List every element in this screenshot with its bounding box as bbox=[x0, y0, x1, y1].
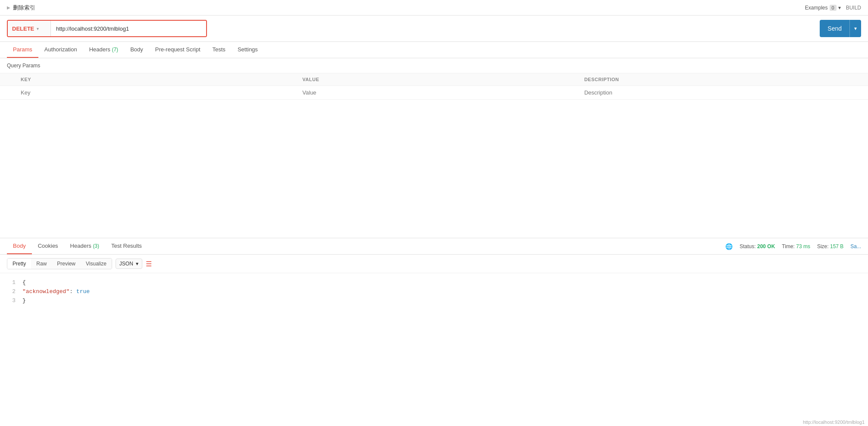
format-tab-preview[interactable]: Preview bbox=[52, 259, 81, 269]
table-row bbox=[0, 86, 868, 100]
globe-icon: 🌐 bbox=[725, 243, 733, 250]
response-tabs: Body Cookies Headers (3) Test Results bbox=[7, 238, 148, 254]
params-table: KEY VALUE DESCRIPTION bbox=[0, 73, 868, 100]
url-input[interactable] bbox=[51, 21, 206, 36]
format-tab-visualize[interactable]: Visualize bbox=[81, 259, 112, 269]
response-header: Body Cookies Headers (3) Test Results 🌐 … bbox=[0, 238, 868, 255]
method-selector[interactable]: DELETE ▾ bbox=[8, 21, 51, 36]
status-label: Status: 200 OK bbox=[740, 243, 775, 249]
request-bar: DELETE ▾ Send ▾ bbox=[0, 16, 868, 42]
response-status: 🌐 Status: 200 OK Time: 73 ms Size: 157 B… bbox=[725, 243, 861, 250]
key-input[interactable] bbox=[21, 89, 288, 96]
response-body-code: 1 { 2 "acknowledged": true 3 } bbox=[0, 273, 868, 310]
code-line-3: 3 } bbox=[7, 297, 861, 306]
value-cell[interactable] bbox=[295, 86, 577, 100]
json-chevron-icon: ▾ bbox=[136, 261, 138, 267]
response-tab-headers[interactable]: Headers (3) bbox=[64, 238, 105, 254]
section-query-params: Query Params bbox=[0, 58, 868, 73]
row-checkbox-cell bbox=[0, 86, 14, 100]
col-key-header: KEY bbox=[14, 73, 295, 86]
top-bar-actions: Examples 0 ▾ BUILD bbox=[805, 5, 861, 11]
request-tabs: Params Authorization Headers (7) Body Pr… bbox=[0, 42, 868, 58]
code-line-1: 1 { bbox=[7, 278, 861, 287]
line-number-1: 1 bbox=[7, 278, 16, 287]
time-label: Time: 73 ms bbox=[782, 243, 810, 249]
format-tabs: Pretty Raw Preview Visualize bbox=[7, 258, 112, 269]
col-description-header: DESCRIPTION bbox=[577, 73, 868, 86]
response-tab-body[interactable]: Body bbox=[7, 238, 32, 254]
send-dropdown-icon[interactable]: ▾ bbox=[849, 20, 861, 37]
code-open-brace: { bbox=[22, 278, 26, 287]
response-toolbar: Pretty Raw Preview Visualize JSON ▾ ☰ bbox=[0, 255, 868, 273]
tab-authorization[interactable]: Authorization bbox=[38, 42, 83, 58]
chevron-icon: ▶ bbox=[7, 5, 10, 10]
tab-body[interactable]: Body bbox=[124, 42, 149, 58]
size-value: 157 B bbox=[830, 243, 843, 249]
send-label: Send bbox=[820, 25, 849, 32]
code-close-brace: } bbox=[22, 297, 26, 306]
method-chevron-icon: ▾ bbox=[37, 26, 39, 31]
wrap-icon[interactable]: ☰ bbox=[146, 260, 152, 268]
tab-headers[interactable]: Headers (7) bbox=[83, 42, 124, 58]
tab-settings[interactable]: Settings bbox=[232, 42, 264, 58]
line-number-3: 3 bbox=[7, 297, 16, 306]
status-value: 200 OK bbox=[757, 243, 775, 249]
response-tab-cookies[interactable]: Cookies bbox=[32, 238, 64, 254]
tab-tests[interactable]: Tests bbox=[207, 42, 232, 58]
tab-prerequest[interactable]: Pre-request Script bbox=[149, 42, 207, 58]
format-tab-pretty[interactable]: Pretty bbox=[7, 259, 31, 269]
description-input[interactable] bbox=[584, 89, 861, 96]
code-colon: : bbox=[69, 288, 73, 295]
col-checkbox-header bbox=[0, 73, 14, 86]
request-title-text: 删除索引 bbox=[13, 4, 35, 12]
method-label: DELETE bbox=[12, 25, 34, 32]
empty-params-area bbox=[0, 100, 868, 238]
format-tab-raw[interactable]: Raw bbox=[31, 259, 52, 269]
key-cell[interactable] bbox=[14, 86, 295, 100]
code-key: "acknowledged" bbox=[22, 288, 69, 295]
build-button[interactable]: BUILD bbox=[846, 5, 861, 11]
response-tab-test-results[interactable]: Test Results bbox=[105, 238, 148, 254]
tab-params[interactable]: Params bbox=[7, 42, 38, 58]
time-value: 73 ms bbox=[796, 243, 810, 249]
col-value-header: VALUE bbox=[295, 73, 577, 86]
request-input-box: DELETE ▾ bbox=[7, 20, 207, 37]
json-format-label: JSON bbox=[119, 261, 133, 267]
request-title: ▶ 删除索引 bbox=[7, 4, 35, 12]
line-number-2: 2 bbox=[7, 287, 16, 297]
chevron-down-icon: ▾ bbox=[838, 5, 841, 11]
value-input[interactable] bbox=[302, 89, 570, 96]
send-button[interactable]: Send ▾ bbox=[820, 20, 861, 37]
save-link[interactable]: Sa... bbox=[850, 243, 861, 249]
description-cell[interactable] bbox=[577, 86, 868, 100]
code-value: true bbox=[76, 288, 90, 295]
code-line-2: 2 "acknowledged": true bbox=[7, 287, 861, 297]
top-bar: ▶ 删除索引 Examples 0 ▾ BUILD bbox=[0, 0, 868, 16]
size-label: Size: 157 B bbox=[817, 243, 843, 249]
json-format-selector[interactable]: JSON ▾ bbox=[116, 259, 142, 269]
examples-button[interactable]: Examples 0 ▾ bbox=[805, 5, 841, 11]
